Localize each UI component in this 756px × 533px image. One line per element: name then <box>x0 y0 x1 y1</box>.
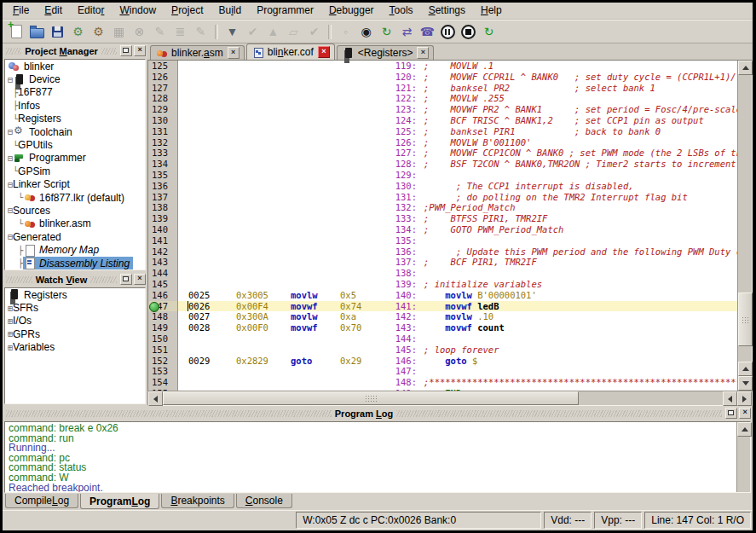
menu-item-settings[interactable]: Settings <box>421 3 473 18</box>
code-line[interactable]: 154148:;********************************… <box>148 377 737 388</box>
gutter-line-number[interactable]: 125 <box>148 61 178 72</box>
tree-item-blinker-asm[interactable]: └blinker.asm <box>5 217 145 230</box>
scrollbar-thumb[interactable] <box>738 293 753 345</box>
program-device-icon[interactable]: ☎ <box>418 23 437 41</box>
tree-item-16f877[interactable]: ├16F877 <box>5 86 145 99</box>
code-line[interactable]: 139133:; BTFSS PIR1, TMR2IF <box>148 213 737 224</box>
scroll-down-icon[interactable] <box>738 376 753 391</box>
code-line[interactable]: 131125:; banksel PIR1 ; back to bank 0 <box>148 126 737 137</box>
menu-item-window[interactable]: Window <box>112 3 164 18</box>
tree-item-linker-script[interactable]: ⊟Linker Script <box>5 178 145 191</box>
tab-compile-log[interactable]: Compile Log <box>5 494 78 508</box>
tab-registers[interactable]: <Registers>× <box>337 45 435 60</box>
float-panel-icon[interactable] <box>120 274 132 285</box>
build-project-icon[interactable]: ▼ <box>222 23 242 41</box>
code-line[interactable]: 134128:; BSF T2CON ^ BANK0,TMR2ON ; Time… <box>148 159 737 170</box>
code-line[interactable]: 143137:; BCF PIR1, TMR2IF <box>148 257 737 268</box>
tree-item-device[interactable]: ⊟Device <box>5 72 145 85</box>
watch-item-variables[interactable]: ⊞Variables <box>5 341 145 354</box>
tree-item-registers[interactable]: └Registers <box>5 113 145 125</box>
tab-console[interactable]: Console <box>236 494 292 508</box>
scroll-left-icon[interactable] <box>148 391 163 406</box>
close-icon[interactable]: × <box>318 46 330 58</box>
code-line[interactable]: 151145:; loop forever <box>148 345 737 356</box>
code-line[interactable]: 133127:; MOVWF CCP1CON ^ BANK0 ; set PWM… <box>148 148 737 159</box>
new-file-icon[interactable] <box>7 23 26 41</box>
connect-icon[interactable]: ⇄ <box>397 23 417 41</box>
menu-item-tools[interactable]: Tools <box>382 3 421 18</box>
configure-project-icon[interactable]: ⚙ <box>68 23 88 41</box>
gutter-line-number[interactable]: 152 <box>148 356 178 367</box>
save-icon[interactable] <box>48 23 67 41</box>
tree-item-16f877-lkr-default[interactable]: └16f877.lkr (default) <box>5 191 145 204</box>
gutter-line-number[interactable]: 145 <box>148 279 178 290</box>
code-line[interactable]: 138132:;PWM_Period_Match <box>148 202 737 213</box>
scroll-up-icon[interactable] <box>737 422 752 437</box>
tab-blinker-cof[interactable]: blinker.cof× <box>246 43 335 60</box>
code-line[interactable]: 127121:; banksel PR2 ; select bank 1 <box>148 83 737 94</box>
close-panel-icon[interactable]: × <box>739 408 751 419</box>
close-icon[interactable]: × <box>417 47 429 59</box>
compile-ok-icon[interactable]: ✔ <box>243 23 263 41</box>
restart-icon[interactable]: ↻ <box>377 23 396 41</box>
scrollbar-thumb[interactable] <box>163 391 579 405</box>
close-panel-icon[interactable]: × <box>134 274 146 285</box>
tree-item-gpsim[interactable]: └GPSim <box>5 165 145 177</box>
gutter-line-number[interactable]: 146 <box>148 290 178 301</box>
scrollbar-trough[interactable] <box>163 391 723 405</box>
menu-item-editor[interactable]: Editor <box>70 3 112 18</box>
scroll-up-icon[interactable] <box>738 61 753 75</box>
code-line[interactable]: 155149: END <box>148 388 737 391</box>
gutter-line-number[interactable]: 132 <box>148 137 178 148</box>
tree-item-hex-file-blinker-hex[interactable]: └Hex File (blinker.hex) <box>5 269 145 270</box>
code-line[interactable]: 14900280x00F0movwf0x70143: movwf count <box>148 322 737 333</box>
code-line[interactable]: 135129: <box>148 170 737 181</box>
menu-item-build[interactable]: Build <box>211 3 249 18</box>
gutter-line-number[interactable]: 155 <box>148 388 178 391</box>
clean-icon[interactable]: ▱ <box>284 23 303 41</box>
tree-item-blinker[interactable]: blinker <box>5 60 145 72</box>
gutter-line-number[interactable]: 143 <box>148 257 178 268</box>
gutter-line-number[interactable]: 150 <box>148 333 178 345</box>
project-wizard-icon[interactable]: ⚙ <box>89 23 108 41</box>
float-panel-icon[interactable] <box>725 408 737 419</box>
verify-icon[interactable]: ✔ <box>304 23 324 41</box>
close-icon[interactable]: × <box>228 47 239 59</box>
gutter-line-number[interactable]: 136 <box>148 181 178 192</box>
gutter-line-number[interactable]: 139 <box>148 213 178 224</box>
menu-item-file[interactable]: File <box>5 3 37 18</box>
watch-item-gprs[interactable]: ⊞GPRs <box>5 327 145 340</box>
stop-operations-icon[interactable]: ⊗ <box>130 23 149 41</box>
gutter-line-number[interactable]: 130 <box>148 115 178 126</box>
watch-item-sfrs[interactable]: ⊞SFRs <box>5 301 145 314</box>
gutter-line-number[interactable]: 133 <box>148 148 178 159</box>
watch-item-registers[interactable]: Registers <box>5 288 145 301</box>
tree-item-sources[interactable]: ⊟Sources <box>5 204 145 217</box>
editor-vertical-scrollbar[interactable] <box>737 61 752 391</box>
breakpoint-marker-icon[interactable] <box>149 302 159 312</box>
code-line[interactable]: 126120:; MOVWF CCPR1L ^ BANK0 ; set duty… <box>148 72 737 83</box>
code-line[interactable]: 141135: <box>148 235 737 246</box>
log-vertical-scrollbar[interactable] <box>736 422 750 492</box>
gutter-line-number[interactable]: 141 <box>148 235 178 246</box>
gutter-line-number[interactable]: 140 <box>148 224 178 235</box>
tree-item-infos[interactable]: ├Infos <box>5 99 145 112</box>
code-line[interactable]: 145139:; initialize variables <box>148 279 737 290</box>
gutter-line-number[interactable]: 154 <box>148 377 178 388</box>
gutter-line-number[interactable]: 134 <box>148 159 178 170</box>
rebuild-icon[interactable]: ▲ <box>263 23 283 41</box>
tree-item-generated[interactable]: ⊟Generated <box>5 230 145 243</box>
gutter-line-number[interactable]: 153 <box>148 366 178 377</box>
gutter-line-number[interactable]: 138 <box>148 202 178 213</box>
code-line[interactable]: 150144: <box>148 333 737 345</box>
code-line[interactable]: 144138: <box>148 268 737 279</box>
code-line[interactable]: 14800270x300Amovlw0xa142: movlw .10 <box>148 311 737 322</box>
tab-program-log[interactable]: Program Log <box>80 494 159 509</box>
code-line[interactable]: 153147: <box>148 366 737 377</box>
code-line[interactable]: 129123:; MOVWF PR2 ^ BANK1 ; set period … <box>148 104 737 115</box>
stop-icon[interactable] <box>459 23 478 41</box>
gutter-line-number[interactable]: 148 <box>148 311 178 322</box>
run-icon[interactable]: ✎ <box>150 23 170 41</box>
code-line[interactable]: 130124:; BCF TRISC ^ BANK1,2 ; set CCP1 … <box>148 115 737 126</box>
gutter-line-number[interactable]: 131 <box>148 126 178 137</box>
